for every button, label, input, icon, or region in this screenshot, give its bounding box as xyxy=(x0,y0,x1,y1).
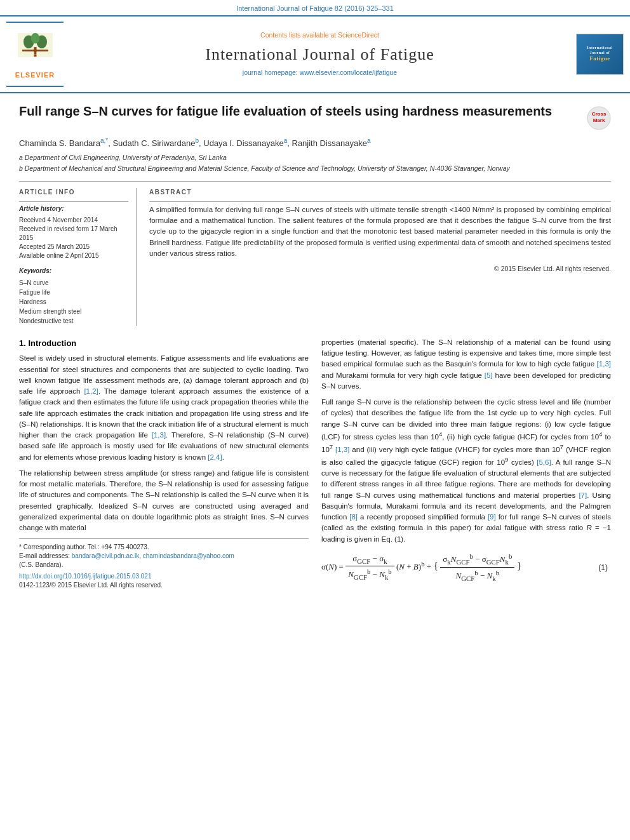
name-note: (C.S. Bandara). xyxy=(19,561,309,570)
svg-text:Mark: Mark xyxy=(593,117,605,123)
ref-9[interactable]: [9] xyxy=(488,513,496,521)
journal-citation-bar: International Journal of Fatigue 82 (201… xyxy=(0,0,630,15)
author1-sup: a,* xyxy=(100,137,108,144)
journal-thumb-inner: InternationalJournal ofFatigue xyxy=(577,34,623,74)
keyword-3: Hardness xyxy=(19,297,128,307)
affiliation-a: a Department of Civil Engineering, Unive… xyxy=(19,153,611,163)
ref-1-3[interactable]: [1,3] xyxy=(152,431,166,439)
keyword-1: S–N curve xyxy=(19,278,128,288)
keywords-section: Keywords: S–N curve Fatigue life Hardnes… xyxy=(19,267,128,326)
page-container: International Journal of Fatigue 82 (201… xyxy=(0,0,630,599)
issn-note: 0142-1123/© 2015 Elsevier Ltd. All right… xyxy=(19,581,309,590)
affiliation-b: b Department of Mechanical and Structura… xyxy=(19,164,611,173)
formula-block: σ(N) = σGCF − σk NGCFb − Nkb (N + B)b + xyxy=(321,551,595,583)
doi-link: http://dx.doi.org/10.1016/j.ijfatigue.20… xyxy=(19,572,309,581)
journal-citation: International Journal of Fatigue 82 (201… xyxy=(236,4,394,12)
ref-1-3c[interactable]: [1,3] xyxy=(335,446,349,453)
author2-name: , Sudath C. Siriwardane xyxy=(108,138,195,148)
email-note: E-mail addresses: bandara@civil.pdn.ac.l… xyxy=(19,552,309,561)
formula-number: (1) xyxy=(598,562,611,573)
author4-name: , Ranjith Dissanayake xyxy=(287,138,367,148)
accepted-date: Accepted 25 March 2015 xyxy=(19,243,128,251)
journal-homepage: journal homepage: www.elsevier.com/locat… xyxy=(70,68,570,77)
journal-thumbnail: InternationalJournal ofFatigue xyxy=(576,34,624,75)
abstract-text: A simplified formula for deriving full r… xyxy=(149,204,611,259)
sciencedirect-line: Contents lists available at ScienceDirec… xyxy=(70,30,570,40)
corresponding-note: * Corresponding author. Tel.: +94 775 40… xyxy=(19,543,309,552)
sciencedirect-brand: ScienceDirect xyxy=(338,31,379,39)
right-para-2: Full range S–N curve is the relationship… xyxy=(321,397,611,545)
keyword-5: Nondestructive test xyxy=(19,316,128,326)
article-title: Full range S–N curves for fatigue life e… xyxy=(19,103,580,119)
ref-5[interactable]: [5] xyxy=(485,371,493,379)
doi-anchor[interactable]: http://dx.doi.org/10.1016/j.ijfatigue.20… xyxy=(19,573,152,580)
footer-notes: * Corresponding author. Tel.: +94 775 40… xyxy=(19,538,309,590)
svg-rect-5 xyxy=(22,50,48,52)
right-para-1: properties (material specific). The S–N … xyxy=(321,337,611,392)
svg-point-3 xyxy=(30,34,39,44)
body-two-column: 1. Introduction Steel is widely used in … xyxy=(19,337,611,590)
ref-1-3b[interactable]: [1,3] xyxy=(597,360,611,368)
article-info-abstract-section: ARTICLE INFO Article history: Received 4… xyxy=(19,181,611,326)
keyword-2: Fatigue life xyxy=(19,288,128,297)
online-date: Available online 2 April 2015 xyxy=(19,251,128,260)
ref-2-4[interactable]: [2,4] xyxy=(208,453,222,461)
svg-text:Cross: Cross xyxy=(592,111,607,117)
copyright-line: © 2015 Elsevier Ltd. All rights reserved… xyxy=(149,264,611,274)
sciencedirect-prefix: Contents lists available at xyxy=(260,31,336,39)
history-label: Article history: xyxy=(19,204,128,214)
body-para-1: Steel is widely used in structural eleme… xyxy=(19,353,309,463)
article-title-section: Full range S–N curves for fatigue life e… xyxy=(19,103,611,130)
ref-8[interactable]: [8] xyxy=(349,513,358,521)
revised-date: Received in revised form 17 March 2015 xyxy=(19,225,128,243)
body-para-2: The relationship between stress amplitud… xyxy=(19,468,309,534)
svg-rect-7 xyxy=(34,55,36,57)
email-label: E-mail addresses: xyxy=(19,552,70,559)
journal-title: International Journal of Fatigue xyxy=(70,43,570,67)
ref-7[interactable]: [7] xyxy=(579,491,587,499)
elsevier-brand-text: ELSEVIER xyxy=(15,70,55,81)
svg-point-6 xyxy=(34,52,36,55)
journal-header: ELSEVIER Contents lists available at Sci… xyxy=(0,15,630,93)
crossmark-badge[interactable]: Cross Mark xyxy=(587,106,611,130)
elsevier-tree-icon xyxy=(18,33,53,57)
received-date: Received 4 November 2014 xyxy=(19,216,128,225)
keyword-4: Medium strength steel xyxy=(19,307,128,316)
abstract-column: ABSTRACT A simplified formula for derivi… xyxy=(149,188,611,326)
article-info-heading: ARTICLE INFO xyxy=(19,188,128,197)
email-link-1[interactable]: bandara@civil.pdn.ac.lk xyxy=(72,552,139,559)
formula-section: σ(N) = σGCF − σk NGCFb − Nkb (N + B)b + xyxy=(321,551,611,583)
keywords-label: Keywords: xyxy=(19,267,128,276)
ref-1-2[interactable]: [1,2] xyxy=(84,387,98,395)
abstract-heading: ABSTRACT xyxy=(149,188,611,197)
section1-title: 1. Introduction xyxy=(19,337,309,350)
body-left-column: 1. Introduction Steel is widely used in … xyxy=(19,337,309,590)
authors-line: Chaminda S. Bandaraa,*, Sudath C. Siriwa… xyxy=(19,137,611,150)
elsevier-logo-image xyxy=(10,28,60,63)
email-link-2[interactable]: chamindasbandara@yahoo.com xyxy=(143,552,234,559)
author1-name: Chaminda S. Bandara xyxy=(19,138,100,148)
ref-5-6[interactable]: [5,6] xyxy=(537,458,551,466)
elsevier-logo: ELSEVIER xyxy=(6,22,64,87)
article-content: Full range S–N curves for fatigue life e… xyxy=(0,93,630,600)
author4-sup: a xyxy=(367,137,371,144)
journal-center: Contents lists available at ScienceDirec… xyxy=(70,30,570,77)
author3-name: , Udaya I. Dissanayake xyxy=(199,138,284,148)
body-right-column: properties (material specific). The S–N … xyxy=(321,337,611,590)
article-info-column: ARTICLE INFO Article history: Received 4… xyxy=(19,188,137,326)
